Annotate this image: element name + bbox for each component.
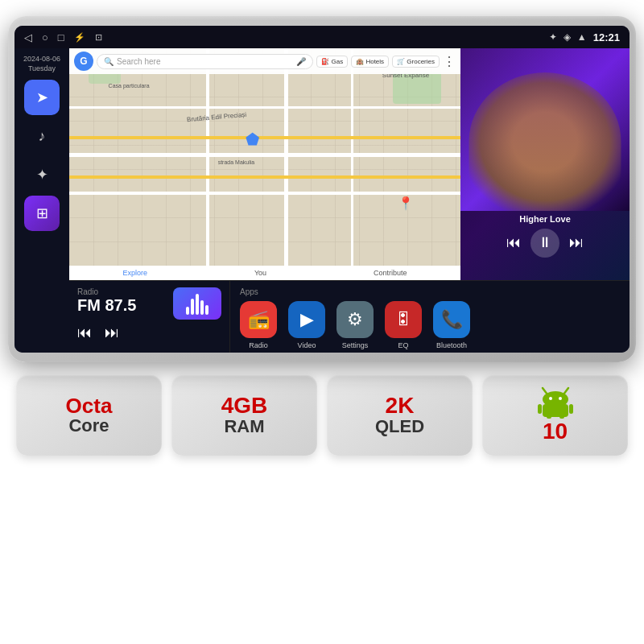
eq-bar-3 [196, 294, 199, 315]
music-panel: DEPEME Higher Love ⏮ ⏸ ⏭ [460, 48, 630, 280]
app-eq[interactable]: 🎛 EQ [385, 301, 422, 349]
map-gas-btn[interactable]: ⛽ Gas [316, 56, 348, 68]
svg-rect-6 [538, 404, 542, 414]
music-next-btn[interactable]: ⏭ [569, 234, 584, 251]
screenshot-icon: ⊡ [95, 32, 102, 43]
map-explore-tab[interactable]: Explore [122, 269, 147, 277]
map-hotels-btn[interactable]: 🏨 Hotels [351, 56, 389, 68]
map-label-brutaria: Brutăria Edil Preciași [187, 110, 247, 122]
map-search-placeholder: Search here [117, 57, 160, 66]
map-bottom-bar: Explore You Contribute [69, 266, 460, 280]
spec-ram: 4GB RAM [171, 375, 317, 456]
home-icon[interactable]: ○ [42, 31, 48, 43]
app-eq-label: EQ [398, 341, 408, 349]
radio-section: Radio FM 87.5 [69, 281, 230, 353]
radio-next-btn[interactable]: ⏭ [105, 324, 119, 341]
car-unit-body: ◁ ○ □ ⚡ ⊡ ✦ ◈ ▲ 12:21 2024-08 [8, 16, 636, 362]
radio-top: Radio FM 87.5 [77, 287, 221, 320]
music-prev-btn[interactable]: ⏮ [506, 234, 521, 251]
car-screen: ◁ ○ □ ⚡ ⊡ ✦ ◈ ▲ 12:21 2024-08 [14, 26, 630, 353]
music-controls: ⏮ ⏸ ⏭ [460, 224, 630, 262]
google-maps-icon: G [74, 52, 93, 71]
specs-section: Octa Core 4GB RAM 2K QLED [8, 362, 636, 464]
left-sidebar: 2024-08-06 Tuesday ➤ ♪ ✦ ⊞ [14, 48, 69, 353]
location-status-icon: ◈ [564, 31, 571, 43]
back-icon[interactable]: ◁ [24, 31, 32, 43]
android-logo-svg [535, 386, 576, 419]
apps-section: Apps 📻 Radio ▶ Vide [230, 281, 630, 353]
svg-rect-7 [569, 404, 573, 414]
apps-grid: 📻 Radio ▶ Video [240, 301, 620, 349]
svg-point-4 [559, 397, 562, 400]
app-settings-icon: ⚙ [336, 301, 374, 338]
app-radio[interactable]: 📻 Radio [240, 301, 277, 349]
sidebar-bluetooth[interactable]: ✦ [24, 157, 60, 192]
main-area: 2024-08-06 Tuesday ➤ ♪ ✦ ⊞ [14, 48, 630, 353]
spec-ram-main: 4GB [221, 394, 268, 417]
radio-label: Radio [77, 287, 136, 296]
map-label-casa: Casa particulara [109, 83, 150, 89]
app-settings[interactable]: ⚙ Settings [336, 301, 374, 349]
map-more-btn[interactable]: ⋮ [443, 54, 456, 69]
eq-bar-5 [205, 305, 208, 315]
app-settings-label: Settings [342, 341, 369, 349]
status-bar: ◁ ○ □ ⚡ ⊡ ✦ ◈ ▲ 12:21 [14, 26, 630, 48]
map-you-tab[interactable]: You [254, 269, 266, 277]
spec-res-main: 2K [386, 394, 415, 417]
wifi-status-icon: ▲ [577, 31, 587, 43]
bt-status-icon: ✦ [549, 31, 557, 43]
usb-icon: ⚡ [74, 32, 85, 43]
spec-android-version: 10 [543, 419, 568, 444]
apps-label: Apps [240, 287, 620, 296]
car-unit: ◁ ○ □ ⚡ ⊡ ✦ ◈ ▲ 12:21 2024-08 [8, 16, 636, 362]
app-eq-icon: 🎛 [385, 301, 422, 338]
sidebar-date: 2024-08-06 Tuesday [23, 55, 60, 73]
radio-controls: ⏮ ⏭ [77, 320, 221, 341]
recent-icon[interactable]: □ [58, 31, 64, 43]
app-radio-label: Radio [249, 341, 268, 349]
radio-prev-btn[interactable]: ⏮ [77, 324, 92, 341]
eq-bars [186, 292, 208, 315]
app-radio-icon: 📻 [240, 301, 277, 338]
center-content: Brutăria Edil Preciași strada Makulia Su… [69, 48, 630, 353]
spec-android: 10 [482, 375, 628, 456]
spec-res-sub: QLED [375, 417, 424, 436]
map-contribute-tab[interactable]: Contribute [374, 269, 407, 277]
app-video-icon: ▶ [288, 301, 325, 338]
radio-text: Radio FM 87.5 [77, 287, 136, 315]
music-play-btn[interactable]: ⏸ [530, 229, 559, 258]
app-video[interactable]: ▶ Video [288, 301, 325, 349]
map-search-bar[interactable]: 🔍 Search here 🎤 [97, 54, 313, 69]
map-background: Brutăria Edil Preciași strada Makulia Su… [69, 48, 460, 280]
spec-octa-sub: Core [68, 416, 109, 436]
radio-frequency: FM 87.5 [77, 296, 136, 315]
status-bar-left: ◁ ○ □ ⚡ ⊡ [24, 31, 102, 43]
album-art [460, 48, 630, 211]
status-bar-right: ✦ ◈ ▲ 12:21 [549, 31, 620, 43]
sidebar-music[interactable]: ♪ [24, 118, 60, 154]
svg-point-3 [549, 397, 552, 400]
app-bluetooth[interactable]: 📞 Bluetooth [433, 301, 470, 349]
map-label-strada: strada Makulia [218, 159, 255, 165]
radio-wave-icon [173, 287, 221, 320]
spec-resolution: 2K QLED [327, 375, 473, 456]
sidebar-layers[interactable]: ⊞ [24, 196, 60, 231]
app-video-label: Video [298, 341, 316, 349]
spec-octa-main: Octa [66, 395, 113, 416]
app-bluetooth-label: Bluetooth [436, 341, 467, 349]
sidebar-navigate[interactable]: ➤ [24, 80, 60, 115]
bottom-row: Radio FM 87.5 [69, 280, 630, 353]
map-area[interactable]: Brutăria Edil Preciași strada Makulia Su… [69, 48, 460, 280]
svg-rect-5 [543, 404, 568, 417]
app-bluetooth-icon: 📞 [433, 301, 470, 338]
spec-ram-sub: RAM [224, 417, 264, 436]
map-groceries-btn[interactable]: 🛒 Groceries [392, 56, 440, 68]
map-current-pin: ⬟ [246, 130, 259, 149]
music-title: Higher Love [460, 211, 630, 224]
map-nav-pin: 📍 [398, 196, 414, 211]
eq-bar-4 [200, 300, 204, 315]
eq-bar-2 [191, 299, 194, 315]
eq-bar-1 [186, 307, 189, 315]
spec-octa: Octa Core [16, 375, 162, 456]
map-toolbar: G 🔍 Search here 🎤 ⛽ Gas 🏨 Hotels 🛒 Groce… [69, 48, 460, 74]
